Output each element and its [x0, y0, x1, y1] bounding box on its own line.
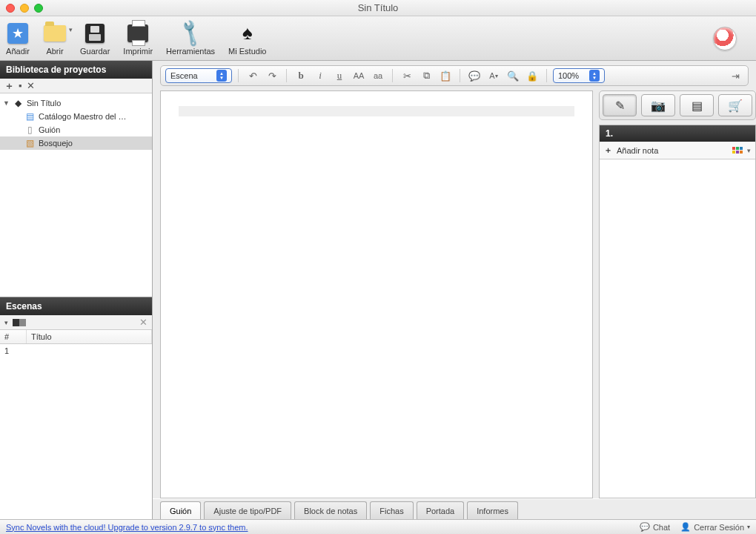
editor-page[interactable] — [160, 90, 593, 498]
tree-item-label: Guión — [39, 125, 60, 134]
font-button[interactable]: A▾ — [485, 68, 502, 83]
camera-icon: 📷 — [651, 99, 666, 113]
tree-item-script[interactable]: ▯ Guión — [0, 123, 152, 136]
copy-icon: ⧉ — [423, 70, 430, 82]
lock-button[interactable]: 🔒 — [524, 68, 540, 83]
element-type-select[interactable]: Escena ▲▼ — [165, 68, 232, 83]
notes-section-number: 1. — [600, 125, 755, 142]
project-tree: ▼ ◆ Sin Título ▤ Catálogo Maestro del … … — [0, 93, 152, 297]
tree-root[interactable]: ▼ ◆ Sin Título — [0, 96, 152, 110]
tab-typeset[interactable]: Ajuste de tipo/PDF — [204, 501, 291, 519]
mode-media-button[interactable]: 📷 — [641, 94, 675, 116]
underline-button[interactable]: u — [331, 68, 348, 83]
cart-icon: 🛒 — [728, 99, 743, 113]
right-panel: ✎ 📷 ▤ 🛒 1. ＋ Añadir nota — [599, 90, 756, 498]
window-title: Sin Título — [0, 2, 756, 13]
tree-item-outline[interactable]: ▧ Bosquejo — [0, 136, 152, 150]
lifesaver-icon — [713, 27, 737, 50]
pencil-icon: ✎ — [615, 99, 625, 113]
mode-notes-button[interactable]: ▤ — [680, 94, 714, 116]
color-grid-icon[interactable] — [732, 147, 743, 154]
open-label: Abrir — [46, 47, 63, 56]
notes-container: 1. ＋ Añadir nota ▾ — [599, 125, 756, 498]
tools-label: Herramientas — [166, 47, 215, 56]
sync-upgrade-link[interactable]: Sync Novels with the cloud! Upgrade to v… — [6, 523, 248, 532]
expand-icon: ⇥ — [732, 70, 740, 82]
clipboard-icon: 📋 — [440, 70, 451, 82]
dropdown-icon: ▾ — [69, 26, 73, 33]
delete-icon[interactable]: ✕ — [27, 80, 35, 91]
spade-icon: ♠ — [242, 22, 253, 44]
notes-toolbar: ＋ Añadir nota ▾ — [600, 142, 755, 159]
tab-notepad[interactable]: Block de notas — [294, 501, 367, 519]
tab-reports[interactable]: Informes — [467, 501, 518, 519]
close-icon[interactable]: ✕ — [139, 317, 147, 328]
folder-icon[interactable]: ▪ — [19, 80, 22, 91]
tab-cards[interactable]: Fichas — [370, 501, 413, 519]
right-mode-tabs: ✎ 📷 ▤ 🛒 — [599, 90, 756, 120]
cut-button[interactable]: ✂ — [399, 68, 415, 83]
open-button[interactable]: ▾ Abrir — [43, 22, 67, 56]
mode-edit-button[interactable]: ✎ — [603, 94, 637, 116]
chevron-down-icon[interactable]: ▾ — [747, 147, 751, 154]
mode-store-button[interactable]: 🛒 — [718, 94, 752, 116]
scene-row[interactable]: 1 — [0, 344, 152, 357]
tree-item-label: Catálogo Maestro del … — [39, 112, 127, 121]
logout-button[interactable]: 👤 Cerrar Sesión ▾ — [680, 522, 750, 532]
chevron-down-icon[interactable]: ▾ — [4, 319, 8, 326]
left-sidebar: Biblioteca de proyectos ＋ ▪ ✕ ▼ ◆ Sin Tí… — [0, 61, 153, 519]
studio-button[interactable]: ♠ Mi Estudio — [228, 22, 266, 56]
zoom-select[interactable]: 100% ▲▼ — [553, 68, 605, 83]
scenes-grid: # Título 1 — [0, 330, 152, 519]
undo-button[interactable]: ↶ — [245, 68, 261, 83]
chevron-down-icon: ▾ — [747, 524, 750, 530]
studio-label: Mi Estudio — [228, 47, 266, 56]
scene-row-title — [27, 344, 152, 357]
bold-button[interactable]: b — [293, 68, 309, 83]
notes-area[interactable] — [600, 159, 755, 498]
chat-bubble-icon: 💬 — [468, 70, 480, 82]
tab-script[interactable]: Guión — [160, 501, 201, 519]
stepper-arrows-icon: ▲▼ — [216, 70, 227, 82]
col-number-header[interactable]: # — [0, 330, 27, 343]
undo-icon: ↶ — [249, 70, 257, 82]
uppercase-button[interactable]: AA — [351, 68, 367, 83]
scenes-filter-icon[interactable] — [13, 319, 26, 326]
add-project-icon[interactable]: ＋ — [4, 79, 14, 93]
save-button[interactable]: Guardar — [80, 22, 110, 56]
zoom-value: 100% — [558, 71, 579, 80]
chat-status-button[interactable]: 💬 Chat — [640, 522, 670, 532]
add-button[interactable]: ★ Añadir — [6, 22, 30, 56]
tree-item-catalog[interactable]: ▤ Catálogo Maestro del … — [0, 110, 152, 123]
lock-icon: 🔒 — [526, 70, 538, 82]
folder-icon — [44, 25, 66, 42]
add-note-button[interactable]: Añadir nota — [617, 146, 658, 155]
scissors-icon: ✂ — [403, 70, 411, 82]
print-button[interactable]: Imprimir — [123, 22, 153, 56]
tab-cover[interactable]: Portada — [417, 501, 465, 519]
redo-icon: ↷ — [268, 70, 276, 82]
lowercase-button[interactable]: aa — [370, 68, 386, 83]
magnifier-icon: 🔍 — [507, 70, 519, 82]
notebook-icon: ▤ — [692, 99, 703, 113]
logout-label: Cerrar Sesión — [694, 523, 744, 532]
disclosure-triangle-icon[interactable]: ▼ — [3, 99, 12, 107]
paste-button[interactable]: 📋 — [437, 68, 454, 83]
save-label: Guardar — [80, 47, 110, 56]
star-icon: ★ — [7, 23, 28, 44]
chat-bubble-icon: 💬 — [640, 522, 650, 532]
copy-button[interactable]: ⧉ — [418, 68, 434, 83]
project-library-header: Biblioteca de proyectos — [0, 61, 152, 79]
search-button[interactable]: 🔍 — [505, 68, 521, 83]
scenes-header: Escenas — [0, 297, 152, 315]
italic-button[interactable]: i — [312, 68, 328, 83]
scene-row-num: 1 — [0, 344, 27, 357]
chat-toolbar-button[interactable]: 💬 — [466, 68, 483, 83]
help-button[interactable] — [713, 27, 737, 50]
tools-button[interactable]: 🔧 Herramientas — [166, 22, 215, 56]
redo-button[interactable]: ↷ — [264, 68, 280, 83]
collapse-panel-button[interactable]: ⇥ — [727, 68, 743, 83]
stepper-arrows-icon: ▲▼ — [589, 70, 600, 82]
tree-root-label: Sin Título — [27, 99, 61, 108]
col-title-header[interactable]: Título — [27, 330, 152, 343]
